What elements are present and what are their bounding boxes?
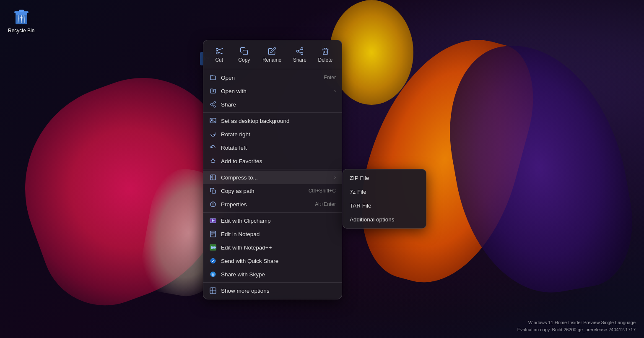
rename-icon bbox=[268, 47, 276, 55]
menu-item-rotate-left[interactable]: Rotate left bbox=[203, 141, 342, 154]
toolbar-copy-button[interactable]: Copy bbox=[233, 44, 255, 65]
toolbar-cut-button[interactable]: Cut bbox=[208, 44, 230, 65]
toolbar-rename-button[interactable]: Rename bbox=[258, 44, 286, 65]
favorites-icon bbox=[209, 157, 217, 165]
open-icon bbox=[209, 74, 217, 81]
menu-item-notepadpp[interactable]: N++ Edit with Notepad++ bbox=[203, 241, 342, 254]
open-with-label: Open with bbox=[221, 88, 330, 94]
submenu-7z[interactable]: 7z File bbox=[343, 185, 426, 199]
menu-item-open-with[interactable]: Open with › bbox=[203, 84, 342, 98]
7z-label: 7z File bbox=[350, 189, 366, 195]
share-menu-icon bbox=[209, 101, 217, 108]
open-with-arrow: › bbox=[334, 88, 336, 94]
svg-point-15 bbox=[296, 50, 299, 52]
menu-item-share[interactable]: Share bbox=[203, 98, 342, 111]
share-label: Share bbox=[221, 101, 336, 108]
quickshare-icon bbox=[209, 257, 217, 265]
menu-item-clipchamp[interactable]: Edit with Clipchamp bbox=[203, 214, 342, 227]
menu-item-properties[interactable]: Properties Alt+Enter bbox=[203, 198, 342, 211]
svg-point-21 bbox=[214, 106, 216, 107]
divider-4 bbox=[203, 282, 342, 283]
skype-icon: S bbox=[209, 270, 217, 278]
open-label: Open bbox=[221, 75, 319, 81]
svg-line-22 bbox=[212, 105, 214, 106]
svg-point-16 bbox=[301, 52, 303, 55]
rotate-right-label: Rotate right bbox=[221, 131, 336, 138]
svg-text:N++: N++ bbox=[211, 246, 216, 249]
menu-item-more-options[interactable]: Show more options bbox=[203, 284, 342, 297]
copy-path-shortcut: Ctrl+Shift+C bbox=[309, 188, 336, 194]
properties-shortcut: Alt+Enter bbox=[315, 201, 336, 207]
toolbar-share-button[interactable]: Share bbox=[289, 44, 311, 65]
submenu-tar[interactable]: TAR File bbox=[343, 199, 426, 213]
properties-icon bbox=[209, 200, 217, 208]
windows-info-line1: Windows 11 Home Insider Preview Single L… bbox=[517, 319, 636, 327]
rotate-left-label: Rotate left bbox=[221, 145, 336, 151]
notepad-icon bbox=[209, 230, 217, 238]
clipchamp-label: Edit with Clipchamp bbox=[221, 218, 336, 224]
svg-rect-31 bbox=[212, 190, 216, 193]
copy-icon bbox=[240, 47, 248, 55]
properties-label: Properties bbox=[221, 201, 311, 208]
additional-options-label: Additional options bbox=[350, 216, 395, 223]
more-options-label: Show more options bbox=[221, 288, 336, 294]
svg-rect-3 bbox=[19, 10, 24, 12]
compress-label: Compress to... bbox=[221, 174, 330, 181]
svg-rect-24 bbox=[210, 118, 216, 123]
menu-list: Open Enter Open with › Share Set as desk… bbox=[203, 69, 342, 299]
svg-line-17 bbox=[299, 52, 301, 53]
notepadpp-label: Edit with Notepad++ bbox=[221, 244, 336, 251]
share-icon-toolbar bbox=[296, 47, 304, 55]
clipchamp-icon bbox=[209, 217, 217, 224]
menu-item-set-wallpaper[interactable]: Set as desktop background bbox=[203, 114, 342, 127]
recycle-bin-icon[interactable]: Recycle Bin bbox=[6, 4, 36, 35]
menu-item-copy-path[interactable]: Copy as path Ctrl+Shift+C bbox=[203, 184, 342, 198]
skype-label: Share with Skype bbox=[221, 271, 336, 278]
menu-item-compress[interactable]: Compress to... › ZIP File 7z File TAR Fi… bbox=[203, 171, 342, 184]
svg-point-14 bbox=[301, 48, 303, 50]
tar-label: TAR File bbox=[350, 203, 371, 209]
menu-item-skype[interactable]: S Share with Skype bbox=[203, 268, 342, 281]
more-options-icon bbox=[209, 287, 217, 294]
wallpaper-icon bbox=[209, 117, 217, 125]
toolbar-delete-button[interactable]: Delete bbox=[314, 44, 337, 65]
compress-icon bbox=[209, 174, 217, 181]
compress-submenu: ZIP File 7z File TAR File Additional opt… bbox=[343, 169, 426, 229]
svg-point-43 bbox=[210, 258, 216, 263]
windows-info-bar: Windows 11 Home Insider Preview Single L… bbox=[517, 319, 636, 334]
notepad-label: Edit in Notepad bbox=[221, 231, 336, 237]
svg-line-23 bbox=[212, 103, 214, 104]
context-menu: Cut Copy Rename Share bbox=[203, 40, 342, 299]
recycle-bin-svg bbox=[11, 6, 31, 26]
quickshare-label: Send with Quick Share bbox=[221, 258, 336, 264]
set-wallpaper-label: Set as desktop background bbox=[221, 118, 336, 124]
rotate-right-icon bbox=[209, 130, 217, 138]
favorites-label: Add to Favorites bbox=[221, 158, 336, 164]
recycle-bin-label: Recycle Bin bbox=[8, 28, 34, 34]
copy-path-label: Copy as path bbox=[221, 188, 304, 194]
menu-item-open[interactable]: Open Enter bbox=[203, 71, 342, 84]
svg-line-18 bbox=[299, 49, 301, 50]
submenu-additional[interactable]: Additional options bbox=[343, 213, 426, 226]
delete-icon bbox=[321, 47, 330, 55]
divider-1 bbox=[203, 112, 342, 113]
compress-arrow: › bbox=[334, 174, 336, 180]
zip-label: ZIP File bbox=[350, 175, 369, 181]
divider-3 bbox=[203, 212, 342, 213]
open-shortcut: Enter bbox=[324, 75, 336, 81]
open-with-icon bbox=[209, 87, 217, 95]
svg-rect-13 bbox=[243, 50, 248, 55]
menu-item-rotate-right[interactable]: Rotate right bbox=[203, 127, 342, 141]
menu-item-notepad[interactable]: Edit in Notepad bbox=[203, 227, 342, 241]
submenu-zip[interactable]: ZIP File bbox=[343, 171, 426, 185]
svg-point-34 bbox=[213, 203, 213, 203]
copy-path-icon bbox=[209, 187, 217, 195]
context-toolbar: Cut Copy Rename Share bbox=[203, 40, 342, 69]
svg-point-19 bbox=[214, 101, 216, 103]
notepadpp-icon: N++ bbox=[209, 244, 217, 251]
menu-item-favorites[interactable]: Add to Favorites bbox=[203, 154, 342, 168]
svg-text:S: S bbox=[212, 273, 214, 276]
menu-item-quickshare[interactable]: Send with Quick Share bbox=[203, 254, 342, 268]
divider-2 bbox=[203, 169, 342, 169]
svg-rect-26 bbox=[210, 175, 216, 180]
